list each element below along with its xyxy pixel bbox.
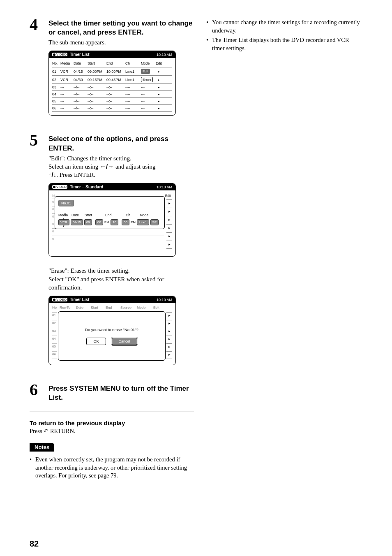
step-text: "Edit": Changes the timer setting. Selec… <box>48 154 194 179</box>
bullet-icon: • <box>30 456 33 480</box>
edit-modal: No.01 Media Date Start End Ch Mode <box>55 196 165 229</box>
row-arrow-icon[interactable]: ▸ <box>166 208 172 216</box>
bg-header-row: NoRec ToDateStartEndSourceModeEdit <box>52 306 172 310</box>
record-icon: VIDEO <box>52 53 67 56</box>
panel-header: VIDEO Timer – Standard 10:10 AM <box>49 183 175 190</box>
note-bullet: • You cannot change the timer settings f… <box>206 19 362 35</box>
step-title: Select one of the options, and press ENT… <box>48 134 194 153</box>
step-title: Press SYSTEM MENU to turn off the Timer … <box>48 384 194 402</box>
start-hour-field[interactable]: 09 <box>84 219 92 225</box>
record-icon: VIDEO <box>52 298 67 301</box>
panel-time: 10:10 AM <box>157 298 172 302</box>
confirm-question: Do you want to erase "No.01"? <box>85 327 138 332</box>
cancel-button[interactable]: Cancel <box>112 338 137 345</box>
panel-time: 10:10 AM <box>157 185 172 189</box>
row-arrow-icon[interactable]: ▸ <box>156 92 161 96</box>
stepper-up-icon[interactable]: ▴ <box>63 217 65 220</box>
up-down-arrow-icon: ↑/↓ <box>48 171 56 178</box>
step-text: "Erase": Erases the timer setting. Selec… <box>48 266 194 292</box>
mode-field[interactable]: SP <box>150 219 159 225</box>
end-hour-field[interactable]: 10 <box>111 219 118 225</box>
row-arrow-icon[interactable]: ▸ <box>156 70 161 74</box>
panel-title: Timer – Standard <box>70 185 154 189</box>
ok-button[interactable]: OK <box>86 338 106 345</box>
row-arrow-icon[interactable]: ▸ <box>166 351 172 359</box>
row-arrow-icon[interactable]: ▸ <box>166 224 172 232</box>
panel-header: VIDEO Timer List 10:10 AM <box>49 296 175 303</box>
field-headers: Media Date Start End Ch Mode <box>58 213 161 217</box>
return-text: Press ↶ RETURN. <box>30 428 194 435</box>
step-text: The sub-menu appears. <box>48 38 194 46</box>
page-number: 82 <box>30 539 39 549</box>
step-5: 5 Select one of the options, and press E… <box>30 132 194 375</box>
row-arrow-icon[interactable]: ▸ <box>156 85 161 89</box>
table-row[interactable]: 04-----/----:----:---------▸ <box>52 90 172 97</box>
date-field[interactable]: 04/15 <box>71 219 83 225</box>
record-icon: VIDEO <box>52 185 67 189</box>
edit-cell[interactable]: Edit <box>141 69 150 74</box>
table-row[interactable]: 03-----/----:----:---------▸ <box>52 83 172 90</box>
step-title: Select the timer setting you want to cha… <box>48 19 194 37</box>
bullet-icon: • <box>206 19 210 35</box>
row-arrow-icon[interactable]: ▸ <box>166 312 172 320</box>
field-row: ▴ VCR ▾ 04/15 09 : 00 PM 10 : <box>58 219 161 225</box>
panel-title: Timer List <box>70 52 154 57</box>
stepper-down-icon[interactable]: ▾ <box>63 225 65 227</box>
start-min-field[interactable]: 00 <box>95 219 103 225</box>
edit-column-label: Edit <box>164 194 172 198</box>
erase-cell[interactable]: Erase <box>141 77 153 82</box>
note-bullet: • The Timer List displays both the DVD r… <box>206 36 362 52</box>
table-row[interactable]: 02VCR04/3009:15PM09:45PMLine1Erase▸ <box>52 75 172 83</box>
row-arrow-icon[interactable]: ▸ <box>166 343 172 351</box>
return-heading: To return to the previous display <box>30 419 194 426</box>
row-arrow-icon[interactable]: ▸ <box>156 99 161 103</box>
timer-list-panel: VIDEO Timer List 10:10 AM No. Media Date… <box>48 51 176 116</box>
bullet-icon: • <box>206 36 210 52</box>
return-icon: ↶ <box>44 428 48 435</box>
notes-label: Notes <box>30 443 54 452</box>
panel-title: Timer List <box>70 297 154 302</box>
note-bullet: • Even when correctly set, the program m… <box>30 456 194 480</box>
row-arrow-icon[interactable]: ▸ <box>166 328 172 336</box>
table-row[interactable]: 06-----/----:----:---------▸ <box>52 104 172 112</box>
row-arrow-icon[interactable]: ▸ <box>166 320 172 328</box>
end-min-field[interactable]: 00 <box>122 219 129 225</box>
panel-header: VIDEO Timer List 10:10 AM <box>49 51 175 58</box>
panel-time: 10:10 AM <box>157 53 172 57</box>
table-row[interactable]: 01VCR04/1509:00PM10:00PMLine1Edit▸ <box>52 67 172 75</box>
step-4: 4 Select the timer setting you want to c… <box>30 16 194 125</box>
confirm-modal: Do you want to erase "No.01"? OK Cancel <box>58 311 166 361</box>
row-arrow-icon[interactable]: ▸ <box>156 78 161 82</box>
entry-number: No.01 <box>58 200 74 206</box>
row-arrow-icon[interactable]: ▸ <box>166 199 172 208</box>
row-arrow-icon[interactable]: ▸ <box>166 216 172 224</box>
left-right-arrow-icon: ←/→ <box>100 163 114 170</box>
row-arrow-icon[interactable]: ▸ <box>166 232 172 241</box>
row-arrow-icon[interactable]: ▸ <box>166 336 172 343</box>
step-number: 4 <box>30 16 41 125</box>
timer-standard-panel: VIDEO Timer – Standard 10:10 AM N 000000… <box>48 183 176 257</box>
step-number: 6 <box>30 382 41 403</box>
right-column: • You cannot change the timer settings f… <box>206 16 362 482</box>
table-row[interactable]: 05-----/----:----:---------▸ <box>52 97 172 104</box>
step-6: 6 Press SYSTEM MENU to turn off the Time… <box>30 382 194 403</box>
divider <box>30 412 194 412</box>
step-number: 5 <box>30 132 41 375</box>
row-arrow-icon[interactable]: ▸ <box>166 241 172 249</box>
channel-field[interactable]: Line1 <box>137 219 149 225</box>
timer-list-table: No. Media Date Start End Ch Mode Edit 01… <box>49 58 175 115</box>
erase-dialog-panel: VIDEO Timer List 10:10 AM NoRec ToDateSt… <box>48 296 176 365</box>
row-arrow-icon[interactable]: ▸ <box>156 106 161 110</box>
table-header-row: No. Media Date Start End Ch Mode Edit <box>52 60 172 67</box>
